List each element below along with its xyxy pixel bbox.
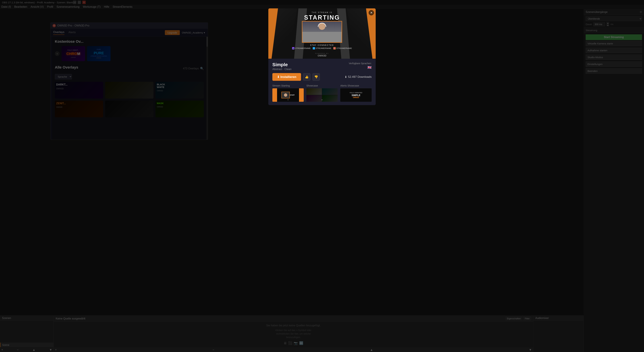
modal-name-section: Simple Abstract · Clean xyxy=(272,62,292,71)
starting-small-text: THE STREAM IS xyxy=(304,11,340,13)
twitter-icon: 🐦 xyxy=(313,47,315,49)
other-name: STREAMERNAME xyxy=(336,47,352,49)
social-row: 📺 STREAMERNAME 🐦 STREAMERNAME 💜 STREAMER… xyxy=(292,47,352,49)
scroll-down-arrow-2: ▼ xyxy=(321,99,323,101)
social-twitter: 🐦 STREAMERNAME xyxy=(313,47,332,49)
modal-preview: THE STREAM IS STARTING STAY CONNECTED xyxy=(268,8,376,59)
alerts-showcase-display: FULLY ANIMATED SIMPLE OWN3D xyxy=(340,88,372,102)
downloads-count: 52.497 Downloads xyxy=(348,75,372,79)
alerts-showcase-label: Alerts Showcase xyxy=(340,84,372,87)
showcase-row: Stream Starting START ▼ Show xyxy=(272,84,372,102)
stream-starting-showcase: Stream Starting START ▼ xyxy=(272,84,304,102)
social-twitch: 📺 STREAMERNAME xyxy=(292,47,311,49)
stream-starting-thumb[interactable]: START ▼ xyxy=(272,88,304,102)
stream-starting-label: Stream Starting xyxy=(272,84,304,87)
twitch-name: STREAMERNAME xyxy=(295,47,311,49)
showcase-section: Stream Starting START ▼ Show xyxy=(268,84,376,105)
modal-lang-label: Verfügbare Sprachen: xyxy=(349,62,372,65)
ss-mini-orange-r xyxy=(299,88,304,102)
alerts-name: SIMPLE xyxy=(352,94,360,96)
starting-big-text: STARTING xyxy=(304,14,340,21)
ss-mini-title: START xyxy=(290,94,295,96)
ss-mini-orange-l xyxy=(272,88,277,102)
alerts-showcase-thumb[interactable]: FULLY ANIMATED SIMPLE OWN3D xyxy=(340,88,372,102)
download-icon: ⬇ xyxy=(345,75,347,79)
showcase-mini-4 xyxy=(322,95,338,102)
alerts-own3d: OWN3D xyxy=(353,96,359,98)
powered-by: POWERED BY OWN3D xyxy=(315,53,329,57)
modal-overlay-name: Simple xyxy=(272,62,292,67)
showcase-mini-1 xyxy=(306,88,322,95)
scroll-down-arrow: ▼ xyxy=(287,99,289,101)
modal-close-button[interactable]: ✕ xyxy=(368,10,374,15)
modal-lang-section: Verfügbare Sprachen: 🇬🇧 xyxy=(349,62,372,69)
modal-overlay-subtitle: Abstract · Clean xyxy=(272,68,292,71)
dislike-button[interactable]: 👎 xyxy=(312,73,320,81)
stay-connected-title: STAY CONNECTED xyxy=(292,44,352,46)
own3d-logo: OWN3D xyxy=(315,54,329,57)
starting-background: THE STREAM IS STARTING STAY CONNECTED xyxy=(268,8,376,59)
downloads-info: ⬇ 52.497 Downloads xyxy=(345,75,372,79)
modal-bottom: Simple Abstract · Clean Verfügbare Sprac… xyxy=(268,59,376,84)
showcase-label: Showcase xyxy=(306,84,338,87)
stay-connected: STAY CONNECTED 📺 STREAMERNAME 🐦 STREAMER… xyxy=(292,44,352,49)
showcase-item: Showcase ▼ xyxy=(306,84,338,102)
like-button[interactable]: 👍 xyxy=(303,73,310,81)
starting-text: THE STREAM IS STARTING xyxy=(304,11,340,21)
showcase-mini-2 xyxy=(322,88,338,95)
social-icon: 💜 xyxy=(333,47,336,49)
modal-title-row: Simple Abstract · Clean Verfügbare Sprac… xyxy=(272,62,372,71)
install-button[interactable]: ⬇ Installieren xyxy=(272,73,301,81)
showcase-mini-3 xyxy=(306,95,322,102)
alerts-brand: FULLY ANIMATED SIMPLE OWN3D xyxy=(350,92,362,98)
flag-uk: 🇬🇧 xyxy=(368,65,372,69)
twitch-icon: 📺 xyxy=(292,47,294,49)
powered-text: POWERED BY xyxy=(315,53,329,54)
social-other: 💜 STREAMERNAME xyxy=(333,47,352,49)
detail-modal: ✕ THE STREAM IS STARTING xyxy=(268,8,376,105)
webcam-preview xyxy=(302,21,342,43)
twitter-name: STREAMERNAME xyxy=(316,47,332,49)
modal-actions: ⬇ Installieren 👍 👎 ⬇ 52.497 Downloads xyxy=(272,73,372,81)
showcase-thumb[interactable]: ▼ xyxy=(306,88,338,102)
alerts-showcase-item: Alerts Showcase FULLY ANIMATED SIMPLE OW… xyxy=(340,84,372,102)
